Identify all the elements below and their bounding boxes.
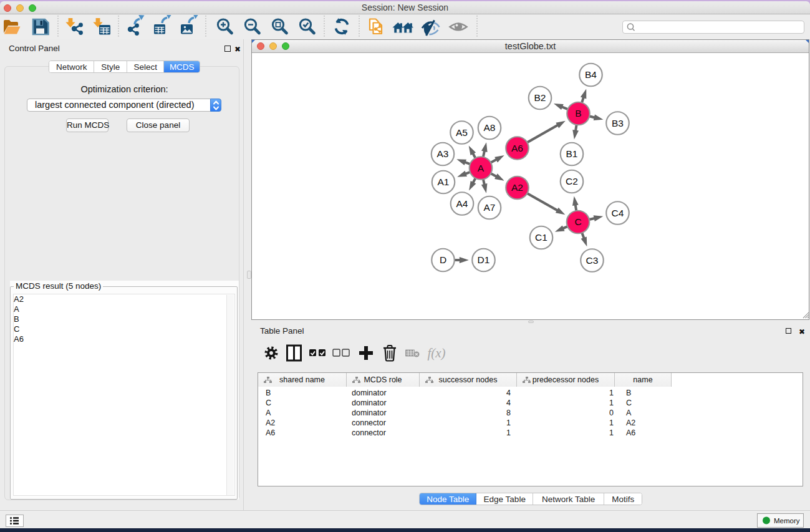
svg-text:A7: A7 [484,202,496,213]
svg-text:f(x): f(x) [427,346,445,360]
svg-text:A: A [478,163,485,173]
svg-text:C2: C2 [566,176,578,186]
svg-text:C1: C1 [535,232,547,243]
svg-text:B1: B1 [566,148,578,159]
svg-text:Memory: Memory [774,517,800,525]
svg-text:A6: A6 [511,143,523,153]
svg-text:A1: A1 [438,177,450,187]
svg-text:B3: B3 [612,118,624,128]
svg-text:A2: A2 [511,182,523,193]
svg-text:C3: C3 [586,255,599,266]
svg-text:A4: A4 [456,198,468,209]
svg-text:A3: A3 [437,148,449,159]
svg-text:D1: D1 [478,254,490,265]
svg-text:C4: C4 [612,208,624,218]
svg-text:B: B [575,108,581,118]
svg-text:B4: B4 [585,69,597,80]
svg-text:A5: A5 [456,127,468,138]
svg-text:C: C [574,216,581,227]
svg-text:A8: A8 [484,122,496,133]
svg-text:D: D [440,254,446,265]
svg-text:B2: B2 [534,92,546,103]
